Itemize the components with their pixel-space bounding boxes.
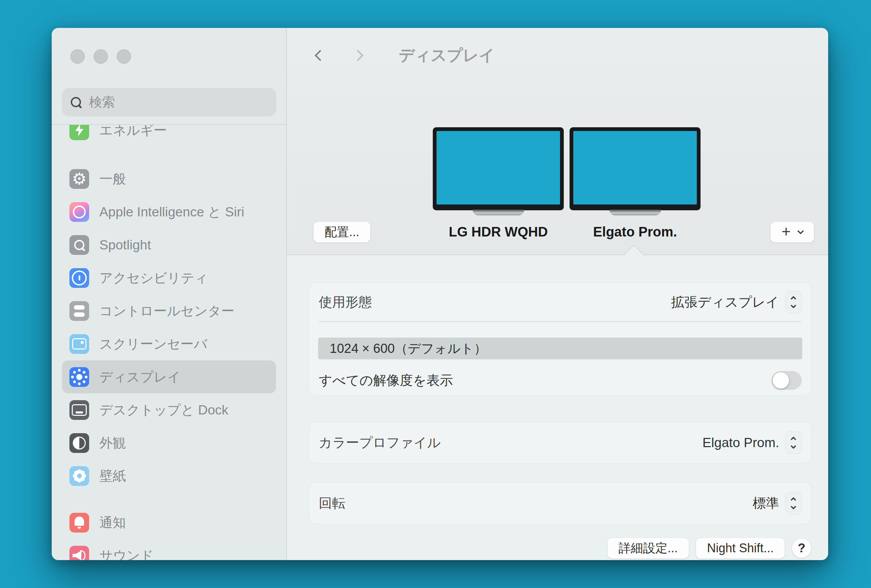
stepper-icon — [785, 291, 802, 313]
rotation-popup-button[interactable]: 標準 — [753, 492, 802, 515]
search-placeholder: 検索 — [89, 94, 115, 111]
display-sun-icon — [69, 367, 89, 387]
sidebar-item-wallpaper[interactable]: 壁紙 — [62, 459, 276, 492]
rotation-value: 標準 — [753, 494, 779, 512]
sidebar-item-appearance[interactable]: 外観 — [62, 426, 276, 459]
color-profile-label: カラープロファイル — [319, 434, 441, 452]
sidebar-item-accessibility[interactable]: アクセシビリティ — [62, 261, 276, 294]
sidebar-item-spotlight[interactable]: Spotlight — [62, 228, 276, 261]
help-button[interactable]: ? — [792, 538, 811, 558]
gear-icon — [69, 169, 89, 189]
monitor-stand — [609, 209, 661, 215]
color-profile-card: カラープロファイル Elgato Prom. — [309, 422, 811, 464]
sidebar-item-label: コントロールセンター — [99, 302, 234, 320]
dock-icon — [69, 400, 89, 420]
appearance-icon — [69, 433, 89, 453]
stepper-icon — [785, 431, 802, 454]
monitor-screen — [573, 131, 697, 205]
sidebar-item-label: Spotlight — [99, 238, 151, 253]
sidebar-item-label: 一般 — [99, 170, 126, 188]
resolution-selected-row[interactable]: 1024 × 600（デフォルト） — [318, 338, 802, 359]
spotlight-icon — [69, 235, 89, 255]
sidebar-item-desktop-dock[interactable]: デスクトップと Dock — [62, 393, 276, 426]
window-controls — [70, 49, 131, 64]
close-button[interactable] — [70, 49, 85, 64]
sidebar-list: エネルギー 一般 Apple Intelligence と Siri Spotl… — [52, 125, 286, 560]
color-profile-popup-button[interactable]: Elgato Prom. — [703, 431, 802, 454]
screensaver-icon — [69, 334, 89, 354]
sidebar-item-label: 通知 — [99, 513, 126, 532]
monitor-screen — [437, 131, 560, 205]
monitor-name: LG HDR WQHD — [449, 224, 548, 239]
monitor-bezel — [570, 127, 700, 210]
zoom-button[interactable] — [117, 49, 131, 64]
sidebar-item-apple-intelligence-siri[interactable]: Apple Intelligence と Siri — [62, 195, 276, 228]
monitor-lg[interactable]: LG HDR WQHD — [433, 127, 564, 239]
sidebar-item-general[interactable]: 一般 — [62, 162, 276, 195]
sidebar-item-energy[interactable]: エネルギー — [62, 125, 276, 147]
accessibility-icon — [69, 268, 89, 288]
sidebar-item-label: ディスプレイ — [99, 368, 181, 386]
back-button[interactable] — [311, 41, 330, 70]
chevron-right-icon — [352, 50, 364, 61]
forward-button[interactable] — [349, 41, 367, 70]
arrange-button[interactable]: 配置... — [313, 221, 371, 242]
night-shift-button[interactable]: Night Shift... — [696, 538, 785, 559]
rotation-card: 回転 標準 — [309, 482, 811, 524]
row-divider — [319, 321, 802, 322]
rotation-row: 回転 標準 — [309, 483, 811, 524]
rotation-label: 回転 — [319, 494, 345, 512]
sidebar-item-label: Apple Intelligence と Siri — [99, 203, 244, 221]
caret-mask — [620, 256, 651, 264]
color-profile-value: Elgato Prom. — [703, 435, 779, 450]
search-icon — [71, 97, 81, 107]
sidebar-item-label: 壁紙 — [99, 467, 126, 485]
sidebar-item-control-center[interactable]: コントロールセンター — [62, 294, 276, 327]
show-all-resolutions-label: すべての解像度を表示 — [319, 371, 453, 390]
desktop: { "colors": { "desktop_background": "#1a… — [0, 0, 871, 588]
display-settings-card: 使用形態 拡張ディスプレイ 1024 × 600（デフォルト） すべての解像度を… — [309, 283, 811, 395]
show-all-resolutions-toggle[interactable] — [772, 371, 802, 390]
sidebar-item-notifications[interactable]: 通知 — [62, 506, 276, 539]
advanced-settings-button[interactable]: 詳細設定... — [607, 538, 689, 559]
usage-row: 使用形態 拡張ディスプレイ — [309, 283, 811, 321]
sidebar: 検索 エネルギー 一般 Apple Intelligence と Siri Sp… — [52, 28, 287, 560]
add-display-button[interactable]: + — [770, 221, 814, 242]
footer-buttons: 詳細設定... Night Shift... ? — [607, 538, 811, 559]
group-spacer — [62, 492, 276, 506]
sidebar-item-label: エネルギー — [99, 125, 167, 139]
search-input[interactable]: 検索 — [62, 88, 276, 117]
system-settings-window: 検索 エネルギー 一般 Apple Intelligence と Siri Sp… — [52, 28, 828, 560]
page-title: ディスプレイ — [399, 45, 495, 66]
color-profile-row: カラープロファイル Elgato Prom. — [309, 422, 811, 463]
monitor-bezel — [433, 127, 564, 210]
bell-icon — [69, 513, 89, 533]
sidebar-item-sound[interactable]: サウンド — [62, 539, 276, 560]
monitor-stand — [473, 209, 524, 215]
sidebar-item-label: 外観 — [99, 434, 126, 452]
sidebar-item-label: アクセシビリティ — [99, 269, 208, 287]
chevron-left-icon — [314, 50, 326, 61]
monitor-elgato[interactable]: Elgato Prom. — [570, 127, 700, 239]
usage-label: 使用形態 — [319, 293, 372, 311]
group-spacer — [62, 147, 276, 162]
main-pane: ディスプレイ LG HDR WQHD Elgato Prom. 配置... + … — [287, 28, 828, 560]
plus-icon: + — [781, 224, 791, 239]
usage-value: 拡張ディスプレイ — [671, 293, 779, 311]
apple-intelligence-icon — [69, 202, 89, 222]
sidebar-item-label: デスクトップと Dock — [99, 401, 228, 419]
usage-popup-button[interactable]: 拡張ディスプレイ — [671, 291, 802, 313]
wallpaper-icon — [69, 466, 89, 486]
minimize-button[interactable] — [94, 49, 108, 64]
energy-icon — [69, 125, 89, 140]
toggle-knob — [773, 372, 789, 389]
chevron-down-icon — [797, 227, 804, 235]
sidebar-item-screensaver[interactable]: スクリーンセーバ — [62, 327, 276, 361]
sidebar-item-displays[interactable]: ディスプレイ — [62, 361, 276, 393]
sidebar-item-label: サウンド — [99, 546, 154, 560]
monitor-name: Elgato Prom. — [593, 224, 677, 239]
stepper-icon — [785, 492, 802, 515]
speaker-icon — [69, 546, 89, 560]
show-all-resolutions-row: すべての解像度を表示 — [309, 365, 811, 395]
control-center-icon — [69, 301, 89, 321]
